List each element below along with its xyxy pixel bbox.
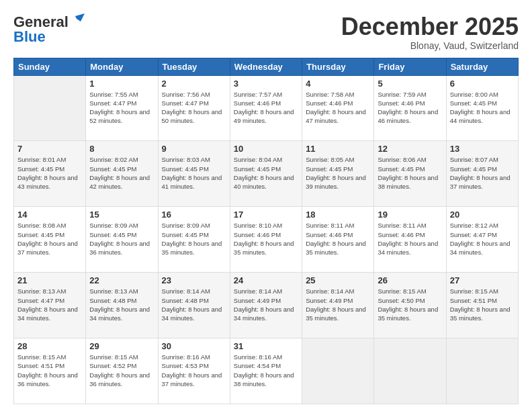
table-row: 4Sunrise: 7:58 AMSunset: 4:46 PMDaylight… <box>302 75 374 141</box>
day-info: Sunrise: 8:15 AMSunset: 4:50 PMDaylight:… <box>378 287 442 322</box>
day-number: 8 <box>89 144 154 154</box>
table-row <box>446 338 518 404</box>
day-number: 30 <box>162 341 226 351</box>
table-row: 31Sunrise: 8:16 AMSunset: 4:54 PMDayligh… <box>230 338 302 404</box>
calendar-week-row: 7Sunrise: 8:01 AMSunset: 4:45 PMDaylight… <box>14 141 519 207</box>
logo-blue: Blue <box>13 28 46 46</box>
table-row <box>14 75 86 141</box>
day-number: 4 <box>306 79 370 89</box>
day-number: 15 <box>89 210 154 220</box>
day-info: Sunrise: 8:09 AMSunset: 4:45 PMDaylight:… <box>162 221 226 257</box>
location: Blonay, Vaud, Switzerland <box>341 40 519 51</box>
svg-marker-0 <box>75 13 85 21</box>
calendar-week-row: 28Sunrise: 8:15 AMSunset: 4:51 PMDayligh… <box>14 338 519 404</box>
day-number: 31 <box>234 341 298 351</box>
table-row: 25Sunrise: 8:14 AMSunset: 4:49 PMDayligh… <box>302 273 374 338</box>
col-sunday: Sunday <box>14 58 86 75</box>
day-info: Sunrise: 8:16 AMSunset: 4:54 PMDaylight:… <box>234 353 298 388</box>
table-row: 3Sunrise: 7:57 AMSunset: 4:46 PMDaylight… <box>230 75 302 141</box>
table-row: 9Sunrise: 8:03 AMSunset: 4:45 PMDaylight… <box>158 141 230 207</box>
day-info: Sunrise: 8:13 AMSunset: 4:47 PMDaylight:… <box>17 287 82 322</box>
day-info: Sunrise: 8:08 AMSunset: 4:45 PMDaylight:… <box>17 221 82 257</box>
logo: General Blue <box>13 13 85 46</box>
day-info: Sunrise: 8:16 AMSunset: 4:53 PMDaylight:… <box>162 353 226 388</box>
day-number: 21 <box>17 275 82 285</box>
day-info: Sunrise: 8:01 AMSunset: 4:45 PMDaylight:… <box>17 155 82 191</box>
logo-bird-icon <box>70 13 85 28</box>
day-number: 12 <box>378 144 442 154</box>
day-number: 10 <box>234 144 298 154</box>
table-row: 1Sunrise: 7:55 AMSunset: 4:47 PMDaylight… <box>86 75 158 141</box>
day-number: 20 <box>450 210 515 220</box>
table-row: 28Sunrise: 8:15 AMSunset: 4:51 PMDayligh… <box>14 338 86 404</box>
day-number: 13 <box>450 144 515 154</box>
col-tuesday: Tuesday <box>158 58 230 75</box>
table-row: 10Sunrise: 8:04 AMSunset: 4:45 PMDayligh… <box>230 141 302 207</box>
day-number: 24 <box>234 275 298 285</box>
table-row: 12Sunrise: 8:06 AMSunset: 4:45 PMDayligh… <box>374 141 446 207</box>
day-info: Sunrise: 8:02 AMSunset: 4:45 PMDaylight:… <box>89 155 154 191</box>
table-row: 17Sunrise: 8:10 AMSunset: 4:46 PMDayligh… <box>230 207 302 273</box>
table-row: 7Sunrise: 8:01 AMSunset: 4:45 PMDaylight… <box>14 141 86 207</box>
day-info: Sunrise: 7:56 AMSunset: 4:47 PMDaylight:… <box>162 90 226 126</box>
table-row: 23Sunrise: 8:14 AMSunset: 4:48 PMDayligh… <box>158 273 230 338</box>
calendar-table: Sunday Monday Tuesday Wednesday Thursday… <box>13 58 519 404</box>
day-info: Sunrise: 8:13 AMSunset: 4:48 PMDaylight:… <box>89 287 154 322</box>
table-row <box>374 338 446 404</box>
calendar-header-row: Sunday Monday Tuesday Wednesday Thursday… <box>14 58 519 75</box>
day-number: 3 <box>234 79 298 89</box>
table-row: 16Sunrise: 8:09 AMSunset: 4:45 PMDayligh… <box>158 207 230 273</box>
day-number: 11 <box>306 144 370 154</box>
table-row: 6Sunrise: 8:00 AMSunset: 4:45 PMDaylight… <box>446 75 518 141</box>
day-number: 6 <box>450 79 515 89</box>
day-info: Sunrise: 8:11 AMSunset: 4:46 PMDaylight:… <box>306 221 370 257</box>
day-info: Sunrise: 8:14 AMSunset: 4:49 PMDaylight:… <box>306 287 370 322</box>
day-number: 22 <box>89 275 154 285</box>
table-row: 26Sunrise: 8:15 AMSunset: 4:50 PMDayligh… <box>374 273 446 338</box>
table-row: 18Sunrise: 8:11 AMSunset: 4:46 PMDayligh… <box>302 207 374 273</box>
calendar-week-row: 21Sunrise: 8:13 AMSunset: 4:47 PMDayligh… <box>14 273 519 338</box>
table-row: 14Sunrise: 8:08 AMSunset: 4:45 PMDayligh… <box>14 207 86 273</box>
day-number: 25 <box>306 275 370 285</box>
calendar-week-row: 14Sunrise: 8:08 AMSunset: 4:45 PMDayligh… <box>14 207 519 273</box>
table-row: 20Sunrise: 8:12 AMSunset: 4:47 PMDayligh… <box>446 207 518 273</box>
day-number: 26 <box>378 275 442 285</box>
day-info: Sunrise: 8:04 AMSunset: 4:45 PMDaylight:… <box>234 155 298 191</box>
day-number: 29 <box>89 341 154 351</box>
calendar-week-row: 1Sunrise: 7:55 AMSunset: 4:47 PMDaylight… <box>14 75 519 141</box>
day-info: Sunrise: 7:59 AMSunset: 4:46 PMDaylight:… <box>378 90 442 126</box>
day-info: Sunrise: 7:57 AMSunset: 4:46 PMDaylight:… <box>234 90 298 126</box>
day-number: 2 <box>162 79 226 89</box>
day-info: Sunrise: 8:15 AMSunset: 4:52 PMDaylight:… <box>89 353 154 388</box>
logo-text-area: General Blue <box>13 13 85 46</box>
day-info: Sunrise: 8:14 AMSunset: 4:48 PMDaylight:… <box>162 287 226 322</box>
day-number: 1 <box>89 79 154 89</box>
table-row: 15Sunrise: 8:09 AMSunset: 4:45 PMDayligh… <box>86 207 158 273</box>
month-title: December 2025 <box>341 13 519 40</box>
header: General Blue December 2025 Blonay, Vaud,… <box>13 13 519 51</box>
table-row: 21Sunrise: 8:13 AMSunset: 4:47 PMDayligh… <box>14 273 86 338</box>
day-info: Sunrise: 8:15 AMSunset: 4:51 PMDaylight:… <box>17 353 82 388</box>
table-row: 22Sunrise: 8:13 AMSunset: 4:48 PMDayligh… <box>86 273 158 338</box>
table-row: 27Sunrise: 8:15 AMSunset: 4:51 PMDayligh… <box>446 273 518 338</box>
day-info: Sunrise: 8:15 AMSunset: 4:51 PMDaylight:… <box>450 287 515 322</box>
day-number: 23 <box>162 275 226 285</box>
day-info: Sunrise: 8:05 AMSunset: 4:45 PMDaylight:… <box>306 155 370 191</box>
day-info: Sunrise: 8:09 AMSunset: 4:45 PMDaylight:… <box>89 221 154 257</box>
day-number: 14 <box>17 210 82 220</box>
day-number: 9 <box>162 144 226 154</box>
table-row: 24Sunrise: 8:14 AMSunset: 4:49 PMDayligh… <box>230 273 302 338</box>
col-thursday: Thursday <box>302 58 374 75</box>
table-row: 8Sunrise: 8:02 AMSunset: 4:45 PMDaylight… <box>86 141 158 207</box>
col-wednesday: Wednesday <box>230 58 302 75</box>
table-row <box>302 338 374 404</box>
table-row: 30Sunrise: 8:16 AMSunset: 4:53 PMDayligh… <box>158 338 230 404</box>
day-info: Sunrise: 8:03 AMSunset: 4:45 PMDaylight:… <box>162 155 226 191</box>
day-info: Sunrise: 8:10 AMSunset: 4:46 PMDaylight:… <box>234 221 298 257</box>
page: General Blue December 2025 Blonay, Vaud,… <box>0 0 532 411</box>
day-info: Sunrise: 8:12 AMSunset: 4:47 PMDaylight:… <box>450 221 515 257</box>
title-area: December 2025 Blonay, Vaud, Switzerland <box>341 13 519 51</box>
day-number: 19 <box>378 210 442 220</box>
table-row: 19Sunrise: 8:11 AMSunset: 4:46 PMDayligh… <box>374 207 446 273</box>
day-number: 5 <box>378 79 442 89</box>
